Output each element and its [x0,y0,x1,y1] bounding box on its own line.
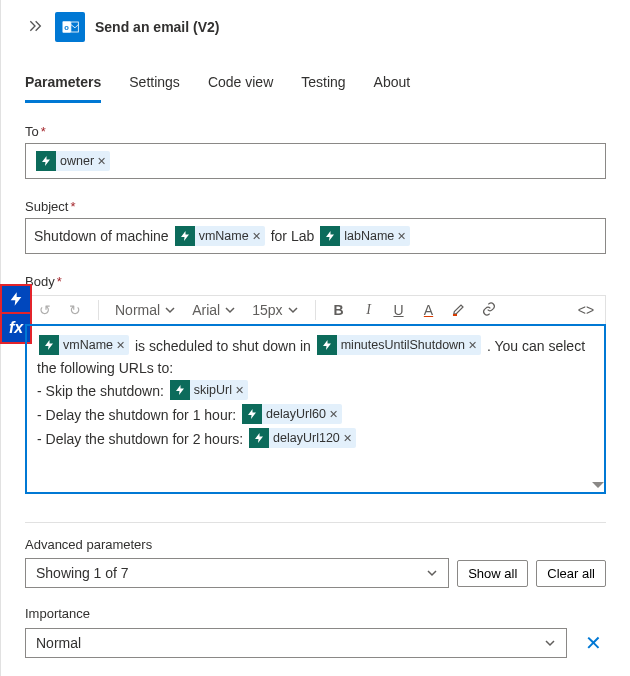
font-color-icon[interactable]: A [418,302,440,318]
to-input[interactable]: owner ✕ [25,143,606,179]
token-remove-icon[interactable]: ✕ [343,428,352,448]
highlight-icon[interactable] [448,301,470,320]
token-icon [175,226,195,246]
underline-icon[interactable]: U [388,302,410,318]
tab-code-view[interactable]: Code view [208,68,273,103]
subject-input[interactable]: Shutdown of machine vmName ✕ for Lab lab… [25,218,606,254]
token-minutesUntilShutdown[interactable]: minutesUntilShutdown ✕ [317,335,481,355]
body-line: vmName ✕ is scheduled to shut down in mi… [37,334,594,379]
importance-value: Normal [36,635,81,651]
panel-header: o Send an email (V2) [25,0,606,50]
token-icon [39,335,59,355]
dynamic-content-button[interactable] [0,284,32,314]
advanced-select[interactable]: Showing 1 of 7 [25,558,449,588]
token-label: labName [344,226,394,246]
token-label: vmName [63,335,113,355]
token-delayUrl60[interactable]: delayUrl60 ✕ [242,404,342,424]
token-owner[interactable]: owner ✕ [36,151,110,171]
token-label: delayUrl60 [266,404,326,424]
token-label: vmName [199,226,249,246]
token-remove-icon[interactable]: ✕ [252,226,261,246]
token-skipUrl[interactable]: skipUrl ✕ [170,380,248,400]
advanced-row: Showing 1 of 7 Show all Clear all [25,558,606,588]
token-remove-icon[interactable]: ✕ [468,335,477,355]
subject-text: Shutdown of machine [34,228,169,244]
undo-icon[interactable]: ↺ [34,302,56,318]
code-view-icon[interactable]: <> [575,302,597,318]
tab-settings[interactable]: Settings [129,68,180,103]
token-icon [320,226,340,246]
subject-label: Subject* [25,199,606,214]
token-label: minutesUntilShutdown [341,335,465,355]
subject-text: for Lab [271,228,315,244]
italic-icon[interactable]: I [358,302,380,318]
importance-row: Normal ✕ [25,627,606,659]
body-line: - Delay the shutdown for 2 hours: delayU… [37,427,594,451]
token-remove-icon[interactable]: ✕ [116,335,125,355]
to-label: To* [25,124,606,139]
tab-parameters[interactable]: Parameters [25,68,101,103]
token-vmName[interactable]: vmName ✕ [175,226,265,246]
token-label: skipUrl [194,380,232,400]
collapse-icon[interactable] [25,16,45,39]
token-vmName[interactable]: vmName ✕ [39,335,129,355]
remove-importance-button[interactable]: ✕ [581,627,606,659]
font-family-select[interactable]: Arial [188,300,240,320]
bold-icon[interactable]: B [328,302,350,318]
advanced-label: Advanced parameters [25,537,606,552]
svg-text:o: o [64,23,69,32]
importance-label: Importance [25,606,606,621]
token-remove-icon[interactable]: ✕ [97,151,106,171]
font-style-select[interactable]: Normal [111,300,180,320]
show-all-button[interactable]: Show all [457,560,528,587]
body-line: - Skip the shutdown: skipUrl ✕ [37,379,594,403]
body-line: - Delay the shutdown for 1 hour: delayUr… [37,403,594,427]
token-icon [36,151,56,171]
redo-icon[interactable]: ↻ [64,302,86,318]
token-label: owner [60,151,94,171]
body-text: is scheduled to shut down in [131,338,315,354]
tab-bar: ParametersSettingsCode viewTestingAbout [25,68,606,104]
advanced-showing: Showing 1 of 7 [36,565,129,581]
token-labName[interactable]: labName ✕ [320,226,410,246]
token-remove-icon[interactable]: ✕ [397,226,406,246]
body-label: Body* [25,274,606,289]
body-text: - Skip the shutdown: [37,383,168,399]
body-text: - Delay the shutdown for 1 hour: [37,407,240,423]
link-icon[interactable] [478,301,500,320]
token-remove-icon[interactable]: ✕ [329,404,338,424]
token-remove-icon[interactable]: ✕ [235,380,244,400]
font-size-select[interactable]: 15px [248,300,302,320]
token-delayUrl120[interactable]: delayUrl120 ✕ [249,428,356,448]
importance-select[interactable]: Normal [25,628,567,658]
body-text: - Delay the shutdown for 2 hours: [37,431,247,447]
action-title: Send an email (V2) [95,19,219,35]
body-input[interactable]: ◢vmName ✕ is scheduled to shut down in m… [25,324,606,494]
outlook-icon: o [55,12,85,42]
rte-toolbar: ↺ ↻ Normal Arial 15px B I U A <> [25,295,606,324]
tab-testing[interactable]: Testing [301,68,345,103]
resize-handle[interactable]: ◢ [589,473,607,491]
token-icon [317,335,337,355]
token-icon [242,404,262,424]
token-icon [249,428,269,448]
tab-about[interactable]: About [374,68,411,103]
clear-all-button[interactable]: Clear all [536,560,606,587]
token-icon [170,380,190,400]
token-label: delayUrl120 [273,428,340,448]
